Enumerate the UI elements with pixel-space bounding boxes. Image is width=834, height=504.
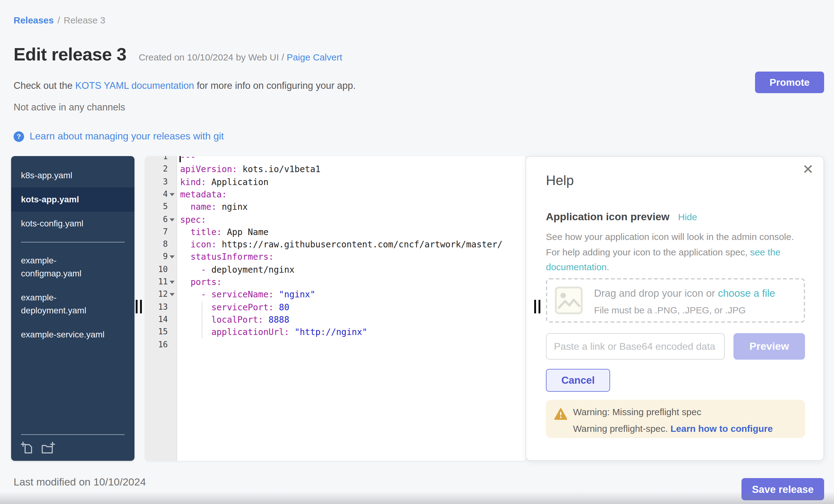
file-sidebar: k8s-app.yamlkots-app.yamlkots-config.yam… — [11, 156, 134, 461]
gutter-line-4: 4 — [145, 188, 176, 201]
gutter-line-13: 13 — [145, 301, 176, 313]
code-line-7[interactable]: title: App Name — [176, 226, 269, 238]
code-line-6[interactable]: spec: — [176, 213, 206, 226]
yaml-editor[interactable]: 12345678910111213141516 ---apiVersion: k… — [145, 156, 526, 461]
icon-url-input[interactable] — [546, 333, 725, 360]
channel-status: Not active in any channels — [14, 102, 125, 113]
breadcrumb-separator: / — [57, 15, 60, 25]
release-editor-page: Releases/Release 3 Edit release 3 Create… — [0, 0, 834, 504]
image-placeholder-icon — [554, 286, 583, 315]
code-line-15[interactable]: applicationUrl: "http://nginx" — [176, 326, 367, 338]
gutter-line-8: 8 — [145, 238, 176, 251]
gutter-line-9: 9 — [145, 251, 176, 263]
gutter-line-2: 2 — [145, 163, 176, 176]
sidebar-file-example-service.yaml[interactable]: example-service.yaml — [11, 323, 134, 347]
code-line-9[interactable]: statusInformers: — [176, 251, 273, 263]
gutter-line-5: 5 — [145, 200, 176, 213]
gutter-line-10: 10 — [145, 263, 176, 276]
gutter-line-11: 11 — [145, 276, 176, 288]
indent-guide — [202, 302, 202, 338]
gutter-line-7: 7 — [145, 226, 176, 238]
cancel-button[interactable]: Cancel — [546, 369, 610, 392]
breadcrumb: Releases/Release 3 — [14, 15, 106, 25]
code-line-14[interactable]: localPort: 8888 — [176, 313, 289, 326]
doc-suffix: for more info on configuring your app. — [194, 80, 356, 91]
code-line-8[interactable]: icon: https://raw.githubusercontent.com/… — [176, 238, 502, 251]
sidebar-file-kots-config.yaml[interactable]: kots-config.yaml — [11, 212, 134, 236]
code-line-13[interactable]: servicePort: 80 — [176, 301, 289, 313]
question-circle-icon: ? — [14, 131, 24, 141]
code-line-5[interactable]: name: nginx — [176, 200, 248, 213]
sidebar-actions — [21, 442, 56, 455]
git-releases-link[interactable]: Learn about managing your releases with … — [29, 131, 224, 142]
sidebar-file-kots-app.yaml[interactable]: kots-app.yaml — [11, 188, 134, 212]
sidebar-file-list-top: k8s-app.yamlkots-app.yamlkots-config.yam… — [11, 163, 134, 347]
promote-button[interactable]: Promote — [755, 71, 824, 93]
gutter-line-14: 14 — [145, 313, 176, 326]
warning-title: Warning: Missing preflight spec — [573, 407, 701, 417]
preview-button[interactable]: Preview — [733, 333, 805, 360]
help-panel-resize-handle[interactable] — [534, 300, 543, 313]
learn-configure-link[interactable]: Learn how to configure — [671, 423, 773, 434]
warning-detail: Warning preflight-spec. Learn how to con… — [573, 423, 773, 434]
sidebar-bottom-divider — [21, 434, 125, 435]
close-icon[interactable]: ✕ — [802, 163, 814, 176]
add-folder-icon[interactable] — [41, 442, 56, 455]
code-line-11[interactable]: ports: — [176, 276, 222, 288]
code-line-3[interactable]: kind: Application — [176, 176, 269, 188]
help-description: See how your application icon will look … — [546, 229, 806, 275]
sidebar-file-k8s-app.yaml[interactable]: k8s-app.yaml — [11, 163, 134, 188]
gutter-line-3: 3 — [145, 176, 176, 188]
fold-arrow-icon[interactable] — [170, 256, 175, 259]
bottom-shade — [0, 492, 834, 504]
gutter-line-1: 1 — [145, 156, 176, 163]
fold-arrow-icon[interactable] — [170, 293, 175, 297]
gutter-line-6: 6 — [145, 213, 176, 226]
warning-detail-text: Warning preflight-spec. — [573, 423, 671, 434]
page-title: Edit release 3 — [14, 44, 127, 65]
doc-prefix: Check out the — [14, 80, 75, 91]
gutter-line-12: 12 — [145, 288, 176, 301]
drop-text: Drag and drop your icon or — [594, 287, 718, 299]
created-meta: Created on 10/10/2024 by Web UI / Paige … — [139, 52, 342, 62]
breadcrumb-current: Release 3 — [64, 15, 105, 25]
add-file-icon[interactable] — [21, 442, 34, 455]
icon-drop-zone[interactable]: Drag and drop your icon or choose a file… — [546, 278, 805, 323]
created-prefix: Created on 10/10/2024 by Web UI / — [139, 52, 287, 62]
code-line-4[interactable]: metadata: — [176, 188, 227, 201]
last-modified-label: Last modified on 10/10/2024 — [14, 476, 146, 488]
git-help-row: ? Learn about managing your releases wit… — [14, 131, 224, 142]
file-list-divider — [21, 242, 125, 242]
breadcrumb-releases-link[interactable]: Releases — [14, 15, 54, 25]
gutter-line-15: 15 — [145, 326, 176, 338]
code-line-2[interactable]: apiVersion: kots.io/v1beta1 — [176, 163, 321, 176]
editor-gutter: 12345678910111213141516 — [145, 156, 177, 461]
fold-arrow-icon[interactable] — [170, 218, 175, 221]
doc-line: Check out the KOTS YAML documentation fo… — [14, 80, 356, 91]
sidebar-resize-handle[interactable] — [136, 300, 144, 313]
code-line-10[interactable]: - deployment/nginx — [176, 263, 294, 276]
fold-arrow-icon[interactable] — [170, 193, 175, 196]
title-row: Edit release 3 Created on 10/10/2024 by … — [14, 44, 342, 65]
created-author-link[interactable]: Paige Calvert — [287, 52, 342, 62]
hide-link[interactable]: Hide — [678, 212, 697, 222]
text-cursor — [179, 156, 181, 162]
preflight-warning: Warning: Missing preflight spec Warning … — [546, 400, 805, 438]
drop-file-types: File must be a .PNG, .JPEG, or .JPG — [594, 305, 746, 315]
question-mark: ? — [17, 133, 21, 140]
help-panel: ✕ Help Application icon preview Hide See… — [526, 156, 824, 461]
help-desc-suffix: . — [607, 262, 609, 272]
icon-preview-section-header: Application icon preview Hide — [546, 211, 697, 223]
sidebar-file-example-deployment.yaml[interactable]: example-deployment.yaml — [11, 286, 134, 323]
fold-arrow-icon[interactable] — [170, 281, 175, 284]
section-title: Application icon preview — [546, 211, 670, 223]
choose-file-link[interactable]: choose a file — [718, 287, 775, 299]
help-title: Help — [546, 173, 574, 189]
drop-instruction: Drag and drop your icon or choose a file — [594, 287, 775, 299]
code-line-12[interactable]: - serviceName: "nginx" — [176, 288, 315, 301]
gutter-line-16: 16 — [145, 338, 176, 351]
warning-triangle-icon — [554, 408, 568, 420]
sidebar-file-example-configmap.yaml[interactable]: example-configmap.yaml — [11, 248, 134, 286]
code-line-16[interactable] — [176, 338, 180, 351]
kots-yaml-doc-link[interactable]: KOTS YAML documentation — [75, 80, 194, 91]
